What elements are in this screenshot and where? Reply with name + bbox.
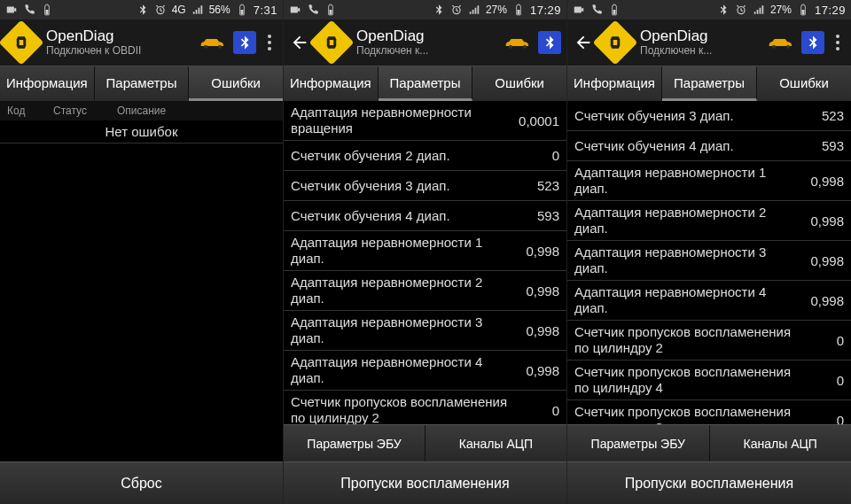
param-value: 0,998 — [800, 213, 844, 229]
param-row[interactable]: Счетчик пропусков воспламенения по цилин… — [567, 400, 851, 424]
svg-rect-18 — [613, 40, 618, 45]
col-code: Код — [7, 105, 43, 117]
back-button[interactable] — [289, 32, 310, 53]
clock: 17:29 — [815, 4, 846, 17]
param-row[interactable]: Адаптация неравномерности 4 диап.0,998 — [567, 281, 851, 321]
content[interactable]: Адаптация неравномерности вращения0,0001… — [284, 101, 566, 424]
car-icon[interactable] — [198, 35, 228, 50]
app-title: OpenDiag — [46, 28, 192, 45]
param-value: 0,0001 — [515, 113, 559, 128]
tab-2[interactable]: Ошибки — [472, 66, 566, 101]
phone-icon — [307, 4, 319, 16]
content[interactable]: Счетчик обучения 3 диап.523Счетчик обуче… — [567, 101, 851, 424]
battery-pct: 27% — [486, 4, 507, 16]
param-row[interactable]: Счетчик обучения 4 диап.593 — [567, 131, 851, 161]
param-row[interactable]: Адаптация неравномерности 2 диап.0,998 — [284, 271, 566, 311]
bottom-button[interactable]: Пропуски воспламенения — [567, 461, 851, 504]
svg-point-12 — [509, 45, 512, 49]
battery-pct: 27% — [770, 4, 792, 16]
param-label: Счетчик пропусков воспламенения по цилин… — [574, 404, 800, 424]
bottom-tab-0[interactable]: Параметры ЭБУ — [284, 425, 426, 461]
param-label: Адаптация неравномерности 2 диап. — [574, 205, 800, 236]
param-label: Счетчик обучения 4 диап. — [291, 208, 515, 224]
bottom-tab-1[interactable]: Каналы АЦП — [426, 425, 566, 461]
svg-rect-11 — [330, 40, 334, 45]
bottom-tab-0[interactable]: Параметры ЭБУ — [567, 425, 710, 461]
param-value: 0,998 — [800, 174, 844, 189]
svg-rect-3 — [240, 10, 243, 14]
bottom-tabs: Параметры ЭБУКаналы АЦП — [567, 424, 851, 461]
param-value: 523 — [515, 178, 559, 193]
param-label: Счетчик обучения 3 диап. — [574, 108, 800, 124]
param-row[interactable]: Адаптация неравномерности 4 диап.0,998 — [284, 351, 566, 391]
tab-0[interactable]: Информация — [0, 66, 95, 101]
bottom-tab-label: Параметры ЭБУ — [307, 437, 401, 451]
tab-1[interactable]: Параметры — [379, 66, 473, 101]
param-value: 0,998 — [515, 283, 559, 299]
bluetooth-button[interactable] — [538, 31, 561, 54]
errors-header: КодСтатусОписание — [0, 101, 283, 120]
battery-icon — [512, 4, 525, 16]
app-logo-icon — [593, 20, 638, 66]
param-value: 0,998 — [515, 244, 559, 259]
param-row[interactable]: Счетчик обучения 2 диап.0 — [284, 141, 566, 171]
param-label: Адаптация неравномерности 4 диап. — [291, 354, 515, 386]
param-row[interactable]: Счетчик пропусков воспламенения по цилин… — [567, 321, 851, 361]
bluetooth-button[interactable] — [801, 31, 824, 54]
tab-2[interactable]: Ошибки — [757, 66, 851, 101]
bluetooth-button[interactable] — [233, 31, 256, 54]
bottom-button[interactable]: Пропуски воспламенения — [284, 461, 566, 504]
param-row[interactable]: Адаптация неравномерности 3 диап.0,998 — [284, 311, 566, 351]
network-type: 4G — [172, 4, 186, 16]
svg-rect-7 — [291, 7, 298, 13]
tab-0[interactable]: Информация — [567, 66, 662, 101]
tab-label: Информация — [290, 75, 371, 90]
param-row[interactable]: Адаптация неравномерности 2 диап.0,998 — [567, 201, 851, 241]
param-row[interactable]: Адаптация неравномерности 1 диап.0,998 — [284, 231, 566, 271]
content[interactable]: КодСтатусОписаниеНет ошибок — [0, 101, 283, 461]
param-label: Адаптация неравномерности вращения — [291, 105, 515, 136]
param-row[interactable]: Счетчик обучения 3 диап.523 — [567, 101, 851, 131]
action-bar: OpenDiagПодключен к... — [567, 19, 851, 66]
col-status: Статус — [53, 105, 106, 117]
tab-bar: ИнформацияПараметрыОшибки — [284, 66, 566, 101]
bottom-button-label: Пропуски воспламенения — [340, 476, 509, 492]
svg-point-5 — [204, 45, 207, 49]
param-row[interactable]: Счетчик пропусков воспламенения по цилин… — [567, 361, 851, 400]
param-row[interactable]: Счетчик обучения 3 диап.523 — [284, 171, 566, 201]
bottom-tab-1[interactable]: Каналы АЦП — [710, 425, 852, 461]
car-icon[interactable] — [503, 35, 533, 50]
car-icon[interactable] — [766, 35, 796, 50]
tab-2[interactable]: Ошибки — [189, 66, 283, 101]
param-value: 0,998 — [800, 293, 844, 308]
tab-1[interactable]: Параметры — [95, 66, 190, 101]
status-bar: 27%17:29 — [567, 0, 851, 19]
tab-label: Параметры — [106, 75, 177, 90]
app-logo-icon — [309, 20, 355, 66]
tab-label: Ошибки — [211, 75, 261, 90]
param-label: Счетчик обучения 4 диап. — [574, 138, 800, 154]
param-row[interactable]: Адаптация неравномерности вращения0,0001 — [284, 101, 566, 141]
battery-icon — [324, 4, 337, 16]
overflow-menu[interactable] — [830, 32, 846, 53]
back-button[interactable] — [573, 32, 594, 53]
tab-label: Параметры — [674, 75, 745, 90]
param-row[interactable]: Счетчик обучения 4 диап.593 — [284, 201, 566, 231]
battery-pct: 56% — [209, 4, 230, 16]
svg-rect-4 — [20, 40, 24, 45]
bluetooth-icon — [717, 4, 730, 16]
app-title: OpenDiag — [640, 28, 761, 45]
param-row[interactable]: Адаптация неравномерности 1 диап.0,998 — [567, 161, 851, 201]
bottom-button[interactable]: Сброс — [0, 461, 283, 504]
tab-label: Параметры — [390, 75, 461, 90]
tab-0[interactable]: Информация — [284, 66, 379, 101]
tab-1[interactable]: Параметры — [662, 66, 757, 101]
param-label: Адаптация неравномерности 3 диап. — [291, 314, 515, 346]
overflow-menu[interactable] — [262, 32, 277, 53]
tab-label: Информация — [574, 75, 655, 90]
param-value: 0 — [800, 373, 844, 388]
param-row[interactable]: Адаптация неравномерности 3 диап.0,998 — [567, 241, 851, 281]
param-row[interactable]: Счетчик пропусков воспламенения по цилин… — [284, 391, 566, 424]
alarm-icon — [450, 4, 463, 16]
bluetooth-icon — [433, 4, 445, 16]
